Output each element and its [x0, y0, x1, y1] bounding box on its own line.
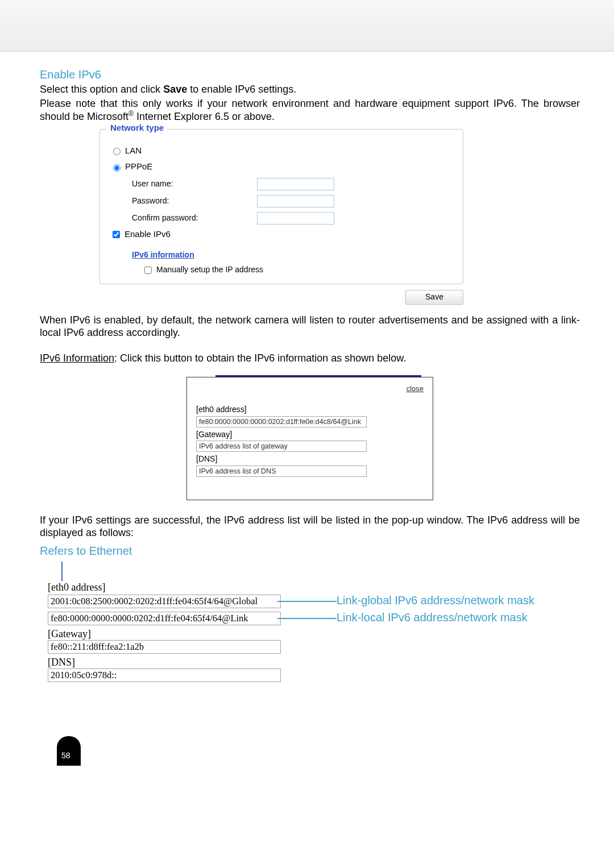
lan-radio-label: LAN: [125, 146, 142, 156]
anno-eth0-label-bound: [eth0 address]: [48, 581, 105, 594]
intro-text: Select this option and click Save to ena…: [40, 83, 580, 123]
manual-ip-checkbox[interactable]: [144, 267, 152, 274]
pppoe-radio-row[interactable]: PPPoE: [110, 161, 453, 172]
anno-global-address: 2001:0c08:2500:0002:0202:d1ff:fe04:65f4/…: [48, 595, 281, 608]
page-number-tab: 58: [57, 736, 81, 766]
intro-line1a: Select this option and click: [40, 84, 163, 95]
popup-eth0-label: [eth0 address]: [196, 405, 424, 415]
registered-symbol: ®: [128, 110, 134, 118]
after-popup-paragraph: If your IPv6 settings are successful, th…: [40, 514, 580, 539]
network-type-fieldset: Network type LAN PPPoE User name: Passwo: [99, 129, 463, 284]
popup-eth0-value: fe80:0000:0000:0000:0202:d1ff:fe0e:d4c8/…: [196, 416, 367, 427]
ipv6-information-rest: : Click this button to obtain the IPv6 i…: [114, 352, 406, 364]
popup-dns-value: IPv6 address list of DNS: [196, 466, 367, 477]
page-header-band: [0, 0, 614, 52]
intro-save-word: Save: [163, 84, 187, 95]
save-button[interactable]: Save: [405, 290, 463, 305]
ipv6-information-link[interactable]: IPv6 information: [132, 250, 194, 260]
callout-line-global: [277, 601, 337, 602]
lan-radio-row[interactable]: LAN: [110, 146, 453, 156]
ipv6-info-popup: close [eth0 address] fe80:0000:0000:0000…: [186, 377, 433, 500]
popup-gateway-value: IPv6 address list of gateway: [196, 441, 367, 452]
anno-gateway-value: fe80::211:d8ff:fea2:1a2b: [48, 640, 281, 654]
after-form-paragraph: When IPv6 is enabled, by default, the ne…: [40, 314, 580, 339]
page-number: 58: [61, 751, 70, 760]
annotated-ipv6-diagram: [eth0 address] [eth0 address] 2001:0c08:…: [40, 562, 580, 692]
popup-dns-label: [DNS]: [196, 454, 424, 464]
anno-gateway-label: [Gateway]: [48, 628, 91, 641]
popup-close-link[interactable]: close: [196, 384, 424, 393]
anno-link-address: fe80:0000:0000:0000:0202:d1ff:fe04:65f4/…: [48, 612, 281, 625]
ipv6-information-sentence: IPv6 Information: Click this button to o…: [40, 352, 580, 365]
password-field[interactable]: [257, 195, 334, 207]
enable-ipv6-check-label: Enable IPv6: [125, 229, 171, 240]
manual-ip-row[interactable]: Manually setup the IP address: [142, 265, 453, 276]
popup-gateway-label: [Gateway]: [196, 430, 424, 440]
intro-line1c: to enable IPv6 settings.: [187, 84, 296, 95]
intro-line2b: Internet Explorer 6.5 or above.: [134, 111, 275, 122]
confirm-password-field[interactable]: [257, 212, 334, 225]
callout-line-link: [277, 618, 337, 619]
pppoe-radio-label: PPPoE: [125, 161, 152, 172]
callout-global: Link-global IPv6 address/network mask: [337, 593, 534, 608]
user-name-label: User name:: [132, 179, 257, 189]
network-type-legend: Network type: [107, 123, 167, 134]
refers-vertical-line: [61, 562, 63, 582]
anno-dns-value: 2010:05c0:978d::: [48, 668, 281, 682]
enable-ipv6-heading: Enable IPv6: [40, 68, 580, 82]
enable-ipv6-check-row[interactable]: Enable IPv6: [110, 229, 453, 240]
enable-ipv6-checkbox[interactable]: [113, 231, 120, 238]
network-type-form-panel: Network type LAN PPPoE User name: Passwo: [99, 129, 463, 305]
anno-dns-label: [DNS]: [48, 656, 75, 669]
ipv6-information-underline: IPv6 Information: [40, 352, 114, 364]
lan-radio[interactable]: [113, 148, 121, 155]
intro-line2a: Please note that this only works if your…: [40, 98, 580, 123]
confirm-password-label: Confirm password:: [132, 213, 257, 223]
callout-link: Link-local IPv6 address/network mask: [337, 610, 528, 625]
password-label: Password:: [132, 196, 257, 206]
pppoe-radio[interactable]: [113, 164, 121, 172]
pppoe-subform: User name: Password: Confirm password:: [132, 178, 453, 225]
user-name-field[interactable]: [257, 178, 334, 190]
refers-to-ethernet-heading: Refers to Ethernet: [40, 544, 580, 558]
manual-ip-label: Manually setup the IP address: [156, 265, 263, 275]
